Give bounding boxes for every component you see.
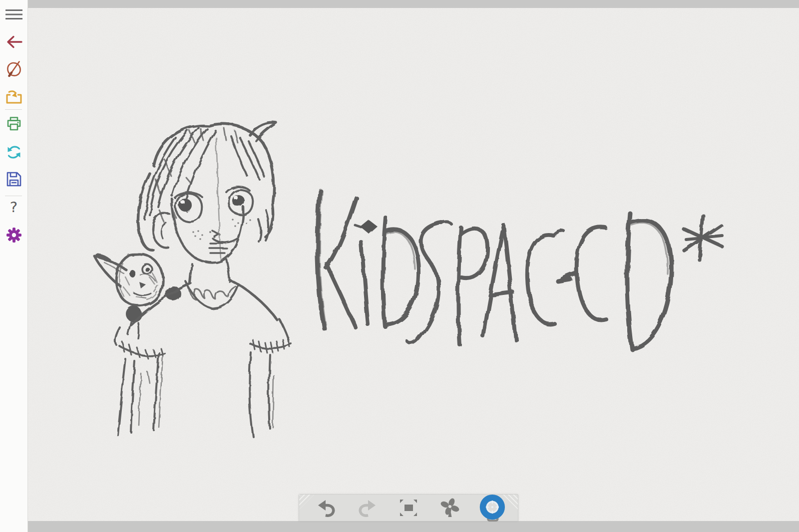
drawing-canvas[interactable]	[28, 8, 799, 521]
fit-to-screen-button[interactable]	[395, 496, 422, 520]
gear-icon	[5, 227, 22, 244]
app-window: ?	[0, 0, 799, 532]
fan-icon	[440, 498, 459, 518]
bottom-chrome-bar	[28, 521, 799, 532]
fit-screen-icon	[399, 499, 418, 518]
question-mark-icon: ?	[10, 200, 17, 215]
save-floppy-icon	[6, 172, 21, 187]
sidebar-divider	[5, 109, 22, 110]
menu-button[interactable]	[4, 5, 23, 23]
back-button[interactable]	[4, 32, 23, 51]
top-chrome-bar	[28, 0, 799, 8]
palette-brush-icon	[6, 61, 22, 77]
sidebar-divider	[5, 196, 22, 196]
back-arrow-icon	[5, 34, 22, 49]
artwork-sketch	[28, 8, 799, 521]
canvas-toolbar[interactable]	[299, 494, 518, 521]
export-tray-icon	[5, 90, 23, 104]
brushes-button[interactable]	[4, 60, 23, 78]
settings-button[interactable]	[4, 226, 23, 244]
undo-button[interactable]	[312, 496, 340, 520]
brush-puck-icon	[477, 494, 505, 523]
share-button[interactable]	[4, 143, 23, 161]
redo-arrow-icon	[358, 499, 377, 518]
redo-button[interactable]	[354, 496, 382, 520]
save-button[interactable]	[4, 170, 23, 188]
print-button[interactable]	[4, 115, 23, 133]
undo-arrow-icon	[317, 499, 336, 518]
toolbar-grip-right	[503, 495, 518, 510]
help-button[interactable]: ?	[4, 198, 23, 217]
export-button[interactable]	[4, 87, 23, 106]
fan-menu-button[interactable]	[436, 496, 464, 520]
printer-icon	[6, 117, 22, 132]
sidebar: ?	[0, 0, 28, 532]
brush-puck[interactable]	[477, 496, 505, 520]
share-sync-icon	[6, 144, 22, 160]
hamburger-menu-icon	[5, 9, 22, 20]
